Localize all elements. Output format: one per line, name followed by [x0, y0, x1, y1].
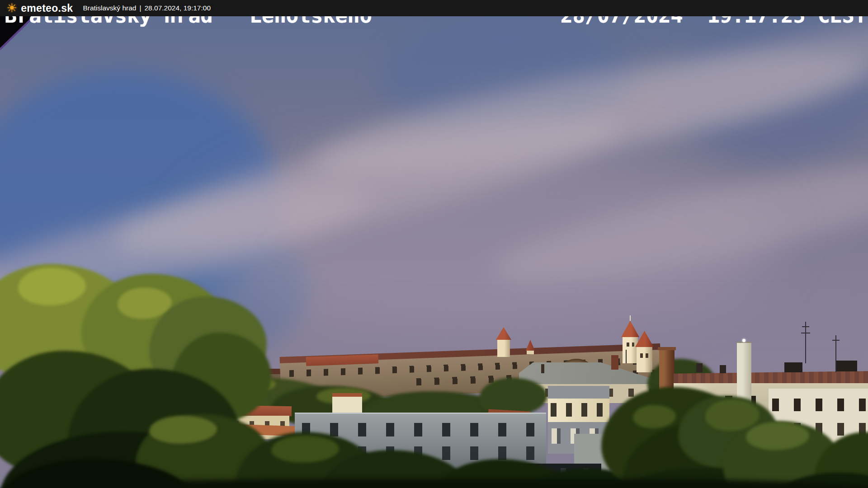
- sun-icon: ☀: [6, 0, 17, 16]
- tower-window: [640, 353, 643, 358]
- tower-window: [646, 353, 648, 358]
- white-building-windows: [551, 403, 607, 417]
- white-building-roof-edge: [548, 386, 609, 399]
- webcam-overlay-timestamp: 28/07/2024 19:17:25 CEST: [561, 16, 867, 27]
- tower-spire: [496, 327, 511, 340]
- camera-title: Bratislavský hrad | 28.07.2024, 19:17:00: [83, 4, 211, 12]
- webcam-image: Bratislavský hrad Lehotského 28/07/2024 …: [0, 16, 868, 488]
- camera-name: Bratislavský hrad: [83, 4, 136, 12]
- roof-vent: [696, 363, 703, 372]
- brick-chimney-cap: [658, 347, 676, 350]
- castle-crown-tower-near: [635, 331, 654, 373]
- roof-vent: [720, 365, 726, 373]
- tower-window: [627, 343, 629, 347]
- roof-chimney: [541, 364, 544, 373]
- castle-spire-small: [526, 340, 535, 354]
- right-wing-windows: [772, 399, 868, 411]
- camera-datetime: 28.07.2024, 19:17:00: [144, 4, 211, 12]
- tv-antenna-mast: [805, 322, 806, 363]
- title-separator: |: [139, 4, 141, 12]
- gray-apartment-windows: [302, 423, 541, 436]
- tower-spire: [635, 331, 654, 347]
- tv-antenna-bar: [801, 333, 810, 333]
- castle-tower-small: [497, 327, 510, 357]
- roof-antenna: [626, 350, 627, 363]
- tv-antenna-bar: [802, 326, 809, 327]
- site-logo[interactable]: emeteo.sk: [21, 2, 73, 14]
- emeteo-webcam-page: Bratislavský hrad Lehotského 28/07/2024 …: [0, 0, 868, 488]
- tv-antenna-bar: [832, 340, 840, 341]
- roof-chimney-brick: [611, 355, 618, 370]
- tower-body: [497, 340, 510, 357]
- tower-spire: [526, 340, 535, 351]
- roof-vent-box: [784, 362, 802, 372]
- roof-vent-box: [836, 361, 857, 371]
- tv-antenna-mast: [835, 335, 836, 372]
- tower-body: [527, 351, 534, 354]
- tower-body: [637, 347, 652, 372]
- tower-window: [632, 343, 634, 347]
- tower-finial: [630, 315, 631, 321]
- webcam-overlay-title: Bratislavský hrad Lehotského: [5, 16, 372, 27]
- white-chimney-light: [742, 339, 745, 342]
- site-header: ☀ emeteo.sk Bratislavský hrad | 28.07.20…: [0, 0, 868, 16]
